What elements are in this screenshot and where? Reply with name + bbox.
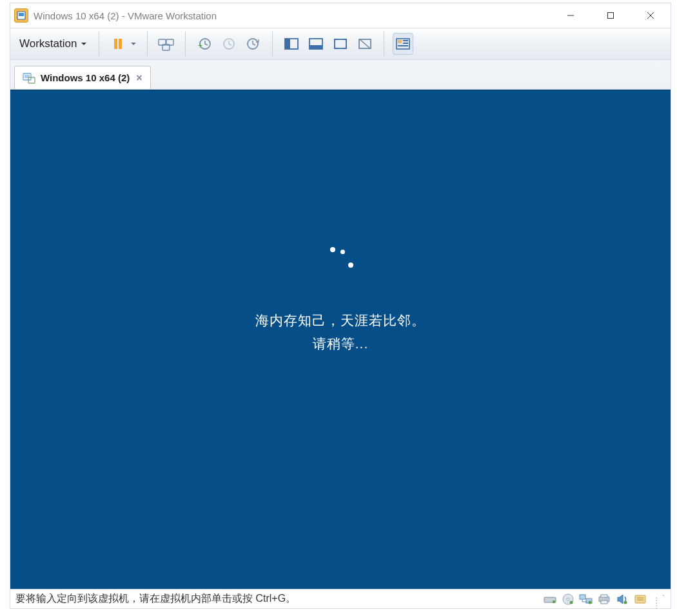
svg-text:+: +: [198, 41, 202, 50]
window-title: Windows 10 x64 (2) - VMware Workstation: [34, 10, 551, 21]
tab-strip: Windows 10 x64 (2) ×: [10, 60, 671, 90]
svg-rect-40: [635, 595, 645, 603]
close-button[interactable]: [631, 4, 671, 27]
loading-text-line1: 海内存知己，天涯若比邻。: [10, 312, 671, 330]
statusbar: 要将输入定向到该虚拟机，请在虚拟机内部单击或按 Ctrl+G。 .. .. . …: [10, 589, 671, 608]
vmware-workstation-window: Windows 10 x64 (2) - VMware Workstation …: [10, 3, 671, 609]
svg-rect-4: [114, 39, 117, 49]
snapshot-manager-button[interactable]: [243, 33, 264, 55]
svg-rect-17: [335, 39, 346, 48]
snapshot-take-button[interactable]: +: [194, 33, 215, 55]
svg-rect-33: [580, 595, 585, 599]
library-button[interactable]: [393, 33, 413, 55]
svg-point-32: [570, 601, 573, 604]
menu-caret-icon: [81, 37, 87, 50]
toolbar: Workstation +: [10, 28, 671, 60]
minimize-button[interactable]: [551, 4, 591, 27]
status-icons: .. .. . .: [543, 591, 665, 607]
vm-screen[interactable]: 海内存知己，天涯若比邻。 请稍等...: [10, 90, 671, 589]
svg-point-31: [567, 598, 569, 601]
svg-rect-1: [19, 13, 24, 16]
harddisk-icon[interactable]: [543, 592, 557, 606]
vm-tab-icon: [23, 72, 35, 84]
svg-point-35: [589, 601, 592, 604]
status-message: 要将输入定向到该虚拟机，请在虚拟机内部单击或按 Ctrl+G。: [15, 592, 543, 606]
svg-rect-14: [285, 39, 290, 49]
printer-icon[interactable]: [597, 592, 611, 606]
cdrom-icon[interactable]: [561, 592, 575, 606]
svg-rect-3: [608, 13, 614, 19]
window-controls: [551, 4, 671, 27]
message-log-icon[interactable]: [633, 592, 647, 606]
sound-icon[interactable]: [615, 592, 629, 606]
spinner-icon: [321, 247, 360, 286]
svg-rect-22: [403, 40, 408, 41]
pause-button[interactable]: [108, 33, 128, 55]
toolbar-separator: [147, 32, 148, 56]
fit-guest-button[interactable]: [281, 33, 302, 55]
svg-rect-21: [398, 40, 402, 43]
svg-point-29: [553, 600, 555, 602]
svg-rect-5: [119, 39, 122, 49]
svg-point-39: [624, 601, 627, 604]
send-cad-button[interactable]: [156, 33, 177, 55]
toolbar-separator: [185, 32, 186, 56]
svg-line-19: [360, 39, 370, 48]
snapshot-revert-button[interactable]: [219, 33, 239, 55]
loading-text-line2: 请稍等...: [10, 335, 671, 353]
toolbar-separator: [272, 32, 273, 56]
toolbar-separator: [99, 32, 99, 56]
fullscreen-button[interactable]: [330, 33, 351, 55]
toolbar-separator: [384, 32, 384, 56]
close-tab-icon[interactable]: ×: [136, 73, 142, 83]
vm-tab-windows10[interactable]: Windows 10 x64 (2) ×: [14, 66, 151, 89]
svg-rect-23: [403, 43, 408, 44]
network-icon[interactable]: [579, 592, 593, 606]
resize-grip-icon[interactable]: .. .. . .: [655, 591, 665, 607]
svg-rect-37: [601, 595, 607, 597]
svg-rect-24: [398, 45, 408, 46]
loading-overlay: 海内存知己，天涯若比邻。 请稍等...: [10, 247, 671, 353]
power-dropdown-icon[interactable]: [130, 39, 137, 49]
vm-tab-label: Windows 10 x64 (2): [41, 72, 130, 83]
svg-rect-38: [601, 601, 607, 604]
titlebar[interactable]: Windows 10 x64 (2) - VMware Workstation: [10, 3, 671, 28]
workstation-menu[interactable]: Workstation: [14, 35, 92, 53]
workstation-menu-label: Workstation: [19, 37, 77, 50]
vmware-app-icon: [14, 8, 28, 23]
console-view-button[interactable]: [306, 33, 326, 55]
unity-button[interactable]: [355, 33, 375, 55]
svg-rect-16: [309, 45, 322, 49]
maximize-button[interactable]: [591, 4, 631, 27]
